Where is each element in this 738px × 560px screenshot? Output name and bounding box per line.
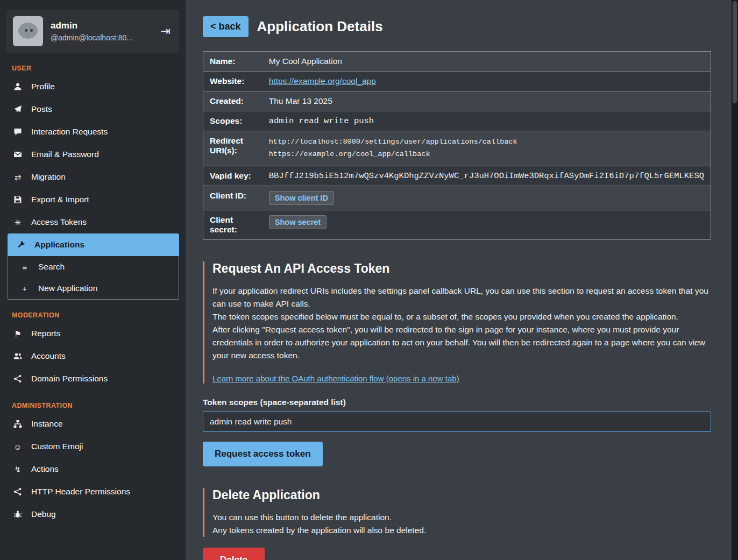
sidebar-item-label: Access Tokens [31, 217, 87, 227]
request-token-paragraph: If your application redirect URIs includ… [212, 285, 714, 310]
row-key: Created: [203, 91, 262, 111]
avatar [13, 16, 43, 46]
username: admin [51, 20, 151, 31]
bolt-icon: ↯ [12, 465, 24, 473]
delete-application-section: Delete Application You can use this butt… [203, 488, 714, 537]
sidebar-item-label: Accounts [31, 351, 66, 361]
table-row-vapid-key: Vapid key: BBJffJ219b5iE512m7wQSzv4KgKDh… [203, 166, 711, 186]
sidebar-item-label: HTTP Header Permissions [31, 487, 130, 497]
user-card[interactable]: admin @admin@localhost:80... ⇥ [6, 10, 179, 53]
sidebar-item-label: Reports [31, 329, 60, 338]
sidebar-item-label: Migration [31, 172, 66, 182]
table-row-client-id: Client ID: Show client ID [203, 186, 711, 210]
sidebar-item-label: Instance [31, 419, 63, 429]
show-secret-button[interactable]: Show secret [269, 215, 327, 229]
redirect-uri: http://localhost:8080/settings/user/appl… [269, 136, 704, 148]
sidebar-item-applications-search[interactable]: ≡ Search [8, 256, 179, 278]
wrench-icon [15, 240, 27, 249]
row-key: Redirect URI(s): [203, 131, 262, 166]
scrollbar-thumb[interactable] [733, 1, 737, 103]
page-header: < back Application Details [203, 16, 714, 37]
sidebar-item-export-import[interactable]: Export & Import [0, 188, 186, 211]
sidebar-item-accounts[interactable]: Accounts [0, 345, 186, 367]
delete-application-line: You can use this button to delete the ap… [212, 511, 714, 524]
sidebar: admin @admin@localhost:80... ⇥ USER Prof… [0, 0, 186, 560]
sidebar-item-http-header-permissions[interactable]: HTTP Header Permissions [0, 480, 186, 503]
applications-subnav: ≡ Search + New Application [8, 256, 179, 300]
sidebar-item-label: Applications [34, 240, 84, 250]
token-scopes-label: Token scopes (space-separated list) [203, 398, 714, 407]
table-row-name: Name: My Cool Application [203, 52, 711, 72]
sidebar-item-label: Posts [31, 104, 52, 114]
sidebar-item-email-password[interactable]: Email & Password [0, 143, 186, 166]
sidebar-item-label: Interaction Requests [31, 127, 108, 137]
row-value: My Cool Application [262, 52, 711, 72]
sidebar-item-label: Debug [31, 509, 56, 519]
sidebar-item-interaction-requests[interactable]: Interaction Requests [0, 120, 186, 143]
website-link[interactable]: https://example.org/cool_app [269, 76, 376, 86]
sidebar-item-applications[interactable]: Applications [8, 233, 179, 256]
paper-plane-icon [12, 105, 24, 114]
sidebar-item-label: Export & Import [31, 195, 89, 204]
sidebar-item-access-tokens[interactable]: ✳ Access Tokens [0, 211, 186, 233]
sidebar-item-posts[interactable]: Posts [0, 98, 186, 120]
row-key: Client secret: [203, 210, 262, 239]
oauth-docs-link[interactable]: Learn more about the OAuth authenticatio… [212, 374, 459, 383]
exchange-icon: ⇄ [12, 173, 24, 181]
show-client-id-button[interactable]: Show client ID [269, 191, 334, 205]
back-button[interactable]: < back [203, 16, 249, 37]
table-row-redirect-uris: Redirect URI(s): http://localhost:8080/s… [203, 131, 711, 166]
delete-application-line: Any tokens created by the application wi… [212, 524, 714, 537]
row-key: Vapid key: [203, 166, 262, 186]
row-value: Thu Mar 13 2025 [262, 91, 711, 111]
sidebar-item-reports[interactable]: ⚑ Reports [0, 322, 186, 345]
share-nodes-icon [12, 374, 24, 383]
sidebar-item-profile[interactable]: Profile [0, 75, 186, 98]
plus-icon: + [19, 285, 31, 293]
request-token-paragraph: After clicking "Request access token", y… [212, 323, 714, 362]
comment-icon [12, 127, 24, 136]
main-content: < back Application Details Name: My Cool… [186, 0, 732, 560]
sidebar-item-migration[interactable]: ⇄ Migration [0, 166, 186, 188]
token-scopes-input[interactable] [203, 412, 711, 432]
flag-icon: ⚑ [12, 330, 24, 338]
table-row-scopes: Scopes: admin read write push [203, 111, 711, 131]
sidebar-item-domain-permissions[interactable]: Domain Permissions [0, 367, 186, 390]
sidebar-item-label: Profile [31, 82, 55, 91]
sitemap-icon [12, 420, 24, 428]
sidebar-item-new-application[interactable]: + New Application [8, 278, 179, 299]
sidebar-item-debug[interactable]: Debug [0, 503, 186, 526]
users-icon [12, 352, 24, 360]
sidebar-item-label: Domain Permissions [31, 374, 108, 384]
sidebar-item-instance[interactable]: Instance [0, 413, 186, 435]
scrollbar[interactable] [732, 0, 738, 560]
table-row-client-secret: Client secret: Show secret [203, 210, 711, 239]
sidebar-item-actions[interactable]: ↯ Actions [0, 458, 186, 480]
request-access-token-button[interactable]: Request access token [203, 442, 323, 466]
envelope-icon [12, 150, 24, 159]
sidebar-item-custom-emoji[interactable]: ☺ Custom Emoji [0, 435, 186, 458]
table-row-created: Created: Thu Mar 13 2025 [203, 91, 711, 111]
section-label-moderation: MODERATION [12, 311, 186, 319]
request-token-section: Request An API Access Token If your appl… [203, 261, 714, 384]
row-key: Scopes: [203, 111, 262, 131]
sidebar-item-label: Search [38, 262, 65, 272]
sidebar-item-label: Email & Password [31, 150, 99, 159]
section-label-administration: ADMINISTRATION [12, 402, 186, 409]
application-details-table: Name: My Cool Application Website: https… [203, 51, 711, 240]
row-key: Client ID: [203, 186, 262, 210]
row-key: Website: [203, 72, 262, 91]
delete-button[interactable]: Delete [203, 548, 265, 560]
sidebar-item-label: Actions [31, 464, 59, 474]
floppy-icon [12, 195, 24, 204]
row-key: Name: [203, 52, 262, 72]
table-row-website: Website: https://example.org/cool_app [203, 72, 711, 91]
user-handle: @admin@localhost:80... [51, 33, 151, 42]
user-icon [12, 82, 24, 91]
sidebar-item-label: New Application [38, 283, 97, 293]
logout-icon[interactable]: ⇥ [159, 24, 173, 38]
delete-application-title: Delete Application [212, 488, 714, 502]
page-title: Application Details [257, 18, 383, 35]
bug-icon [12, 510, 24, 519]
redirect-uri: https://example.org/cool_app/callback [269, 148, 704, 161]
